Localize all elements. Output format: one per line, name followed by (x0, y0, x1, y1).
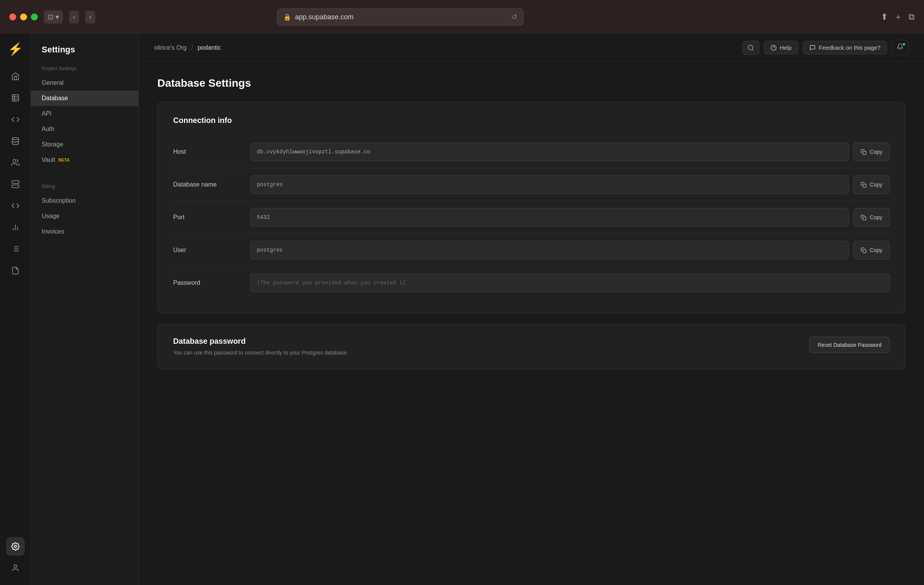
page-body: Database Settings Connection info Host (139, 62, 924, 585)
sidebar-item-invoices[interactable]: Invoices (31, 224, 138, 239)
icon-rail: ⚡ (0, 34, 31, 585)
reset-password-btn[interactable]: Reset Database Password (809, 337, 890, 353)
port-label: Port (173, 214, 250, 221)
nav-edge-functions[interactable] (6, 197, 25, 215)
sidebar-divider (40, 174, 129, 174)
user-copy-label: Copy (870, 247, 882, 253)
sidebar-item-subscription[interactable]: Subscription (31, 193, 138, 208)
svg-rect-0 (12, 95, 19, 101)
notification-dot (902, 42, 906, 46)
svg-point-21 (748, 45, 753, 50)
browser-chrome: ⊡ ▾ ‹ › 🔒 app.supabase.com ↺ ⬆ ＋ ⧉ (0, 0, 924, 34)
back-btn[interactable]: ‹ (69, 11, 79, 24)
supabase-logo[interactable]: ⚡ (8, 42, 23, 56)
password-label: Password (173, 279, 250, 286)
forward-btn[interactable]: › (85, 11, 95, 24)
breadcrumb-project: podantic (197, 44, 221, 51)
password-row: Password (173, 267, 890, 299)
nav-settings[interactable] (6, 537, 25, 556)
host-copy-label: Copy (870, 149, 882, 155)
user-field-group: Copy (250, 241, 890, 259)
host-input[interactable] (250, 143, 849, 161)
svg-point-19 (14, 545, 17, 548)
tl-close[interactable] (9, 13, 16, 20)
search-btn[interactable] (742, 41, 759, 55)
svg-rect-27 (863, 217, 866, 220)
host-copy-btn[interactable]: Copy (853, 143, 890, 161)
nav-sql-editor[interactable] (6, 110, 25, 129)
breadcrumb-org[interactable]: olirice's Org (154, 44, 187, 51)
header-actions: Help Feedback on this page? (742, 40, 909, 55)
dbname-copy-btn[interactable]: Copy (853, 175, 890, 194)
port-input[interactable] (250, 208, 849, 227)
sidebar-item-general[interactable]: General (31, 75, 138, 91)
reload-btn[interactable]: ↺ (511, 13, 517, 21)
tl-maximize[interactable] (31, 13, 38, 20)
dbname-input[interactable] (250, 175, 849, 194)
password-card-info: Database password You can use this passw… (173, 337, 348, 357)
project-settings-label: Project Settings (31, 66, 138, 71)
svg-point-4 (12, 138, 19, 140)
host-label: Host (173, 148, 250, 155)
password-input[interactable] (250, 274, 890, 292)
vault-beta-badge: BETA (58, 158, 69, 162)
port-copy-btn[interactable]: Copy (853, 208, 890, 227)
dbname-row: Database name Copy (173, 168, 890, 201)
sidebar-toggle-btn[interactable]: ⊡ ▾ (44, 10, 63, 24)
nav-home[interactable] (6, 67, 25, 86)
traffic-lights (9, 13, 38, 20)
svg-point-5 (13, 160, 15, 162)
address-bar[interactable]: 🔒 app.supabase.com ↺ (277, 8, 524, 25)
port-copy-label: Copy (870, 214, 882, 220)
nav-reports[interactable] (6, 218, 25, 237)
connection-info-title: Connection info (173, 116, 890, 125)
sidebar-item-api[interactable]: API (31, 106, 138, 121)
user-copy-btn[interactable]: Copy (853, 241, 890, 259)
sidebar-item-vault[interactable]: Vault BETA (31, 152, 138, 168)
nav-database[interactable] (6, 132, 25, 150)
new-tab-btn[interactable]: ＋ (894, 11, 902, 23)
top-header: olirice's Org / podantic (139, 34, 924, 62)
tabs-btn[interactable]: ⧉ (909, 12, 915, 22)
password-card-desc: You can use this password to connect dir… (173, 349, 348, 357)
svg-rect-28 (863, 249, 866, 252)
feedback-btn[interactable]: Feedback on this page? (803, 41, 887, 54)
sidebar-item-storage[interactable]: Storage (31, 137, 138, 152)
database-password-card: Database password You can use this passw… (157, 324, 905, 370)
host-row: Host Copy (173, 136, 890, 168)
svg-rect-25 (863, 151, 866, 154)
help-btn[interactable]: Help (764, 41, 798, 54)
sidebar-item-auth[interactable]: Auth (31, 121, 138, 137)
sidebar-item-database[interactable]: Database (31, 91, 138, 106)
app-container: ⚡ (0, 34, 924, 585)
dbname-copy-label: Copy (870, 182, 882, 188)
notification-btn[interactable] (892, 40, 909, 55)
nav-storage[interactable] (6, 175, 25, 193)
password-card-title: Database password (173, 337, 348, 346)
billing-label: Billing (31, 183, 138, 189)
svg-line-22 (752, 49, 754, 50)
nav-table-editor[interactable] (6, 89, 25, 107)
share-btn[interactable]: ⬆ (881, 12, 888, 22)
lock-icon: 🔒 (283, 13, 291, 21)
main-content: olirice's Org / podantic (139, 34, 924, 585)
nav-account[interactable] (6, 559, 25, 577)
connection-info-card: Connection info Host Copy (157, 102, 905, 313)
page-title: Database Settings (157, 77, 905, 89)
breadcrumb: olirice's Org / podantic (154, 44, 736, 51)
nav-api-docs[interactable] (6, 261, 25, 280)
user-label: User (173, 247, 250, 254)
nav-auth[interactable] (6, 153, 25, 172)
password-card-header: Database password You can use this passw… (173, 337, 890, 357)
sidebar: Settings Project Settings General Databa… (31, 34, 139, 585)
svg-rect-6 (12, 181, 19, 183)
user-input[interactable] (250, 241, 849, 259)
tl-minimize[interactable] (20, 13, 27, 20)
url-display: app.supabase.com (295, 13, 354, 21)
dbname-label: Database name (173, 181, 250, 188)
port-field-group: Copy (250, 208, 890, 227)
password-field-group (250, 274, 890, 292)
nav-logs[interactable] (6, 240, 25, 258)
browser-actions: ⬆ ＋ ⧉ (881, 11, 915, 23)
sidebar-item-usage[interactable]: Usage (31, 208, 138, 224)
